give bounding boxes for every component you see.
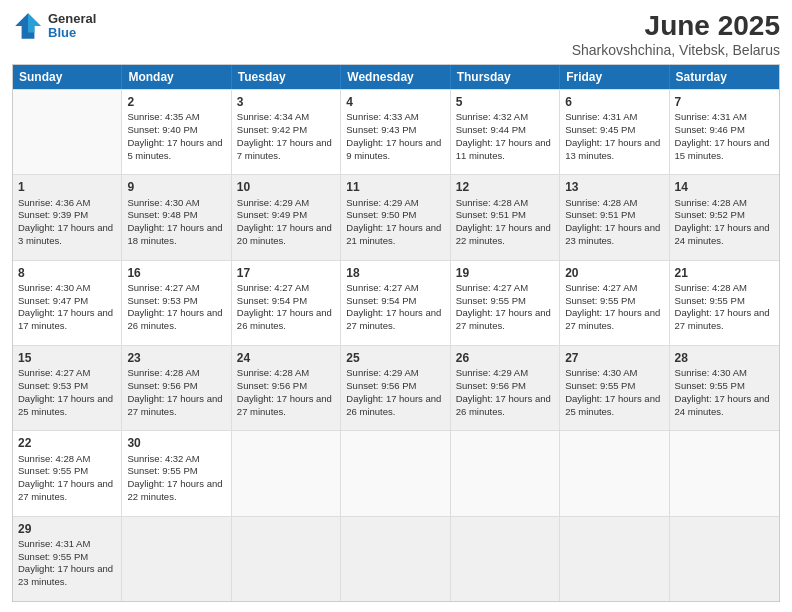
cal-cell-9: 9 Sunrise: 4:30 AMSunset: 9:48 PMDayligh…	[122, 175, 231, 259]
page-container: General Blue June 2025 Sharkovshchina, V…	[0, 0, 792, 612]
week-row-2: 1 Sunrise: 4:36 AMSunset: 9:39 PMDayligh…	[13, 174, 779, 259]
cal-cell-16: 16 Sunrise: 4:27 AMSunset: 9:53 PMDaylig…	[122, 261, 231, 345]
day-num: 13	[565, 179, 663, 195]
day-num: 11	[346, 179, 444, 195]
day-num: 3	[237, 94, 335, 110]
day-num: 28	[675, 350, 774, 366]
day-num: 6	[565, 94, 663, 110]
day-num: 9	[127, 179, 225, 195]
cal-cell-2: 2 Sunrise: 4:35 AMSunset: 9:40 PMDayligh…	[122, 90, 231, 174]
logo-general: General	[48, 12, 96, 26]
logo-icon	[12, 10, 44, 42]
cal-cell-13: 13 Sunrise: 4:28 AMSunset: 9:51 PMDaylig…	[560, 175, 669, 259]
cal-cell-empty-10	[451, 517, 560, 601]
cal-cell-empty-5	[560, 431, 669, 515]
day-num: 20	[565, 265, 663, 281]
day-num: 22	[18, 435, 116, 451]
cal-cell-24: 24 Sunrise: 4:28 AMSunset: 9:56 PMDaylig…	[232, 346, 341, 430]
week-row-4: 15 Sunrise: 4:27 AMSunset: 9:53 PMDaylig…	[13, 345, 779, 430]
header: General Blue June 2025 Sharkovshchina, V…	[12, 10, 780, 58]
cal-cell-26: 26 Sunrise: 4:29 AMSunset: 9:56 PMDaylig…	[451, 346, 560, 430]
day-num: 19	[456, 265, 554, 281]
cal-cell-18: 18 Sunrise: 4:27 AMSunset: 9:54 PMDaylig…	[341, 261, 450, 345]
cal-cell-empty-1	[13, 90, 122, 174]
cal-cell-28: 28 Sunrise: 4:30 AMSunset: 9:55 PMDaylig…	[670, 346, 779, 430]
day-num: 30	[127, 435, 225, 451]
week-row-3: 8 Sunrise: 4:30 AMSunset: 9:47 PMDayligh…	[13, 260, 779, 345]
weekday-sunday: Sunday	[13, 65, 122, 89]
day-num: 2	[127, 94, 225, 110]
cal-cell-17: 17 Sunrise: 4:27 AMSunset: 9:54 PMDaylig…	[232, 261, 341, 345]
title-block: June 2025 Sharkovshchina, Vitebsk, Belar…	[572, 10, 780, 58]
day-num: 26	[456, 350, 554, 366]
day-num: 8	[18, 265, 116, 281]
weekday-monday: Monday	[122, 65, 231, 89]
week-row-5: 22 Sunrise: 4:28 AMSunset: 9:55 PMDaylig…	[13, 430, 779, 515]
logo: General Blue	[12, 10, 96, 42]
cal-cell-empty-9	[341, 517, 450, 601]
cal-cell-30: 30 Sunrise: 4:32 AMSunset: 9:55 PMDaylig…	[122, 431, 231, 515]
day-num: 7	[675, 94, 774, 110]
cal-cell-empty-12	[670, 517, 779, 601]
calendar-body: 2 Sunrise: 4:35 AMSunset: 9:40 PMDayligh…	[13, 89, 779, 601]
cal-cell-empty-6	[670, 431, 779, 515]
day-num: 5	[456, 94, 554, 110]
cal-cell-4: 4 Sunrise: 4:33 AMSunset: 9:43 PMDayligh…	[341, 90, 450, 174]
weekday-saturday: Saturday	[670, 65, 779, 89]
cal-cell-19: 19 Sunrise: 4:27 AMSunset: 9:55 PMDaylig…	[451, 261, 560, 345]
cal-cell-11: 11 Sunrise: 4:29 AMSunset: 9:50 PMDaylig…	[341, 175, 450, 259]
day-num: 1	[18, 179, 116, 195]
day-num: 17	[237, 265, 335, 281]
subtitle: Sharkovshchina, Vitebsk, Belarus	[572, 42, 780, 58]
cal-cell-7: 7 Sunrise: 4:31 AMSunset: 9:46 PMDayligh…	[670, 90, 779, 174]
day-num: 14	[675, 179, 774, 195]
day-num: 15	[18, 350, 116, 366]
logo-blue: Blue	[48, 26, 96, 40]
cal-cell-6: 6 Sunrise: 4:31 AMSunset: 9:45 PMDayligh…	[560, 90, 669, 174]
day-num: 29	[18, 521, 116, 537]
day-num: 27	[565, 350, 663, 366]
weekday-tuesday: Tuesday	[232, 65, 341, 89]
weekday-thursday: Thursday	[451, 65, 560, 89]
day-num: 23	[127, 350, 225, 366]
logo-text: General Blue	[48, 12, 96, 41]
cal-cell-empty-4	[451, 431, 560, 515]
cal-cell-15: 15 Sunrise: 4:27 AMSunset: 9:53 PMDaylig…	[13, 346, 122, 430]
weekday-wednesday: Wednesday	[341, 65, 450, 89]
day-num: 18	[346, 265, 444, 281]
cal-cell-empty-2	[232, 431, 341, 515]
cal-cell-21: 21 Sunrise: 4:28 AMSunset: 9:55 PMDaylig…	[670, 261, 779, 345]
cal-cell-8: 8 Sunrise: 4:30 AMSunset: 9:47 PMDayligh…	[13, 261, 122, 345]
day-num: 10	[237, 179, 335, 195]
day-num: 4	[346, 94, 444, 110]
cal-cell-empty-3	[341, 431, 450, 515]
cal-cell-10: 10 Sunrise: 4:29 AMSunset: 9:49 PMDaylig…	[232, 175, 341, 259]
week-row-6: 29 Sunrise: 4:31 AMSunset: 9:55 PMDaylig…	[13, 516, 779, 601]
cal-cell-23: 23 Sunrise: 4:28 AMSunset: 9:56 PMDaylig…	[122, 346, 231, 430]
svg-marker-2	[28, 13, 41, 32]
cal-cell-5: 5 Sunrise: 4:32 AMSunset: 9:44 PMDayligh…	[451, 90, 560, 174]
cal-cell-22: 22 Sunrise: 4:28 AMSunset: 9:55 PMDaylig…	[13, 431, 122, 515]
calendar: Sunday Monday Tuesday Wednesday Thursday…	[12, 64, 780, 602]
cal-cell-empty-7	[122, 517, 231, 601]
day-num: 25	[346, 350, 444, 366]
cal-cell-25: 25 Sunrise: 4:29 AMSunset: 9:56 PMDaylig…	[341, 346, 450, 430]
day-num: 21	[675, 265, 774, 281]
calendar-header: Sunday Monday Tuesday Wednesday Thursday…	[13, 65, 779, 89]
cal-cell-27: 27 Sunrise: 4:30 AMSunset: 9:55 PMDaylig…	[560, 346, 669, 430]
day-num: 12	[456, 179, 554, 195]
main-title: June 2025	[572, 10, 780, 42]
cal-cell-1: 1 Sunrise: 4:36 AMSunset: 9:39 PMDayligh…	[13, 175, 122, 259]
cal-cell-14: 14 Sunrise: 4:28 AMSunset: 9:52 PMDaylig…	[670, 175, 779, 259]
cal-cell-empty-11	[560, 517, 669, 601]
week-row-1: 2 Sunrise: 4:35 AMSunset: 9:40 PMDayligh…	[13, 89, 779, 174]
cal-cell-12: 12 Sunrise: 4:28 AMSunset: 9:51 PMDaylig…	[451, 175, 560, 259]
cal-cell-empty-8	[232, 517, 341, 601]
day-num: 24	[237, 350, 335, 366]
cal-cell-20: 20 Sunrise: 4:27 AMSunset: 9:55 PMDaylig…	[560, 261, 669, 345]
weekday-friday: Friday	[560, 65, 669, 89]
cal-cell-29: 29 Sunrise: 4:31 AMSunset: 9:55 PMDaylig…	[13, 517, 122, 601]
day-num: 16	[127, 265, 225, 281]
cal-cell-3: 3 Sunrise: 4:34 AMSunset: 9:42 PMDayligh…	[232, 90, 341, 174]
